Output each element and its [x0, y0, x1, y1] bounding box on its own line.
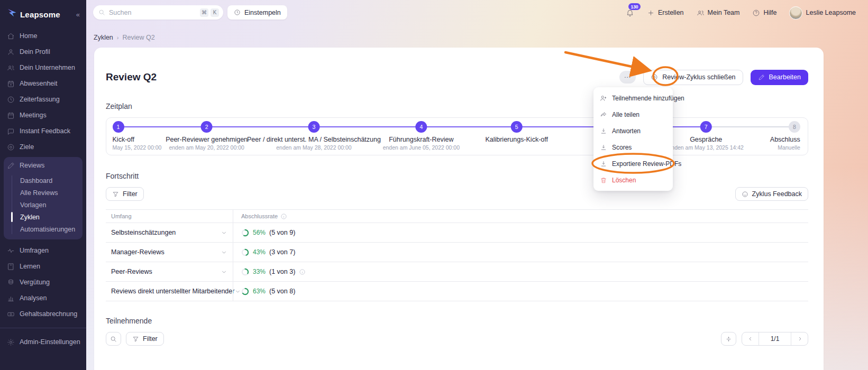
- progress-arc: [241, 288, 249, 295]
- step-date: enden am June 05, 2022 00:00: [383, 144, 460, 151]
- sidebar-item-automations[interactable]: Automatisierungen: [4, 223, 83, 235]
- logo-text: Leapsome: [20, 10, 60, 19]
- close-cycle-label: Review-Zyklus schließen: [662, 73, 735, 81]
- my-team-button[interactable]: Mein Team: [697, 9, 740, 17]
- step-label: Peer-Reviewer genehmigen: [166, 136, 248, 143]
- sidebar-item-meetings[interactable]: Meetings: [0, 107, 86, 123]
- completion-percent: 63%: [253, 288, 266, 295]
- menu-item-delete[interactable]: Löschen: [593, 172, 673, 188]
- help-icon: [752, 9, 760, 17]
- sidebar-item-cycles[interactable]: Zyklen: [4, 211, 83, 223]
- chevron-down-icon[interactable]: [221, 229, 227, 236]
- cycle-feedback-label: Zyklus Feedback: [752, 190, 802, 198]
- main-area: ⌘ K Einstempeln 130 Erstellen Mein Team …: [86, 0, 868, 370]
- info-icon[interactable]: [299, 269, 306, 275]
- participants-search-button[interactable]: [106, 332, 121, 346]
- global-search[interactable]: ⌘ K: [93, 5, 223, 20]
- breadcrumb-separator-icon: ›: [117, 34, 119, 41]
- menu-item-scores[interactable]: Scores: [593, 139, 673, 155]
- download-icon: [600, 127, 607, 135]
- user-menu[interactable]: Leslie Leapsome: [789, 6, 856, 20]
- sidebar-item-label: Vergütung: [20, 279, 50, 286]
- info-icon[interactable]: [280, 213, 287, 220]
- sidebar-item-dashboard[interactable]: Dashboard: [4, 174, 83, 187]
- rate-cell: 63% (5 von 8): [233, 282, 808, 301]
- sidebar-item-reviews[interactable]: Reviews: [4, 158, 83, 173]
- close-cycle-button[interactable]: Review-Zyklus schließen: [643, 70, 743, 85]
- chevron-down-icon[interactable]: [221, 249, 227, 256]
- progress-arc: [241, 268, 249, 276]
- sidebar-item-label: Abwesenheit: [20, 80, 58, 87]
- sidebar-item-company[interactable]: Dein Unternehmen: [0, 60, 86, 76]
- share-icon: [600, 111, 607, 118]
- notifications-button[interactable]: 130: [626, 8, 634, 17]
- sidebar-reviews-subitems: Dashboard Alle Reviews Vorlagen Zyklen A…: [4, 174, 83, 235]
- sidebar-item-templates[interactable]: Vorlagen: [4, 199, 83, 211]
- scope-cell: Selbsteinschätzungen: [106, 223, 233, 242]
- menu-item-label: Alle teilen: [612, 111, 639, 118]
- step-number-badge: 2: [201, 121, 213, 133]
- sidebar-item-analytics[interactable]: Analysen: [0, 290, 86, 306]
- leapsome-logo-icon: [7, 8, 17, 21]
- menu-item-answers[interactable]: Antworten: [593, 123, 673, 139]
- rate-cell: 43% (3 von 7): [233, 243, 808, 262]
- sidebar-collapse-button[interactable]: «: [76, 11, 80, 18]
- page-indicator: 1/1: [759, 332, 791, 345]
- page-title: Review Q2: [106, 71, 157, 83]
- column-header-scope: Umfang: [106, 210, 233, 223]
- sidebar-item-surveys[interactable]: Umfragen: [0, 243, 86, 258]
- sidebar-item-absence[interactable]: Abwesenheit: [0, 76, 86, 91]
- plus-icon: [647, 9, 655, 17]
- clock-in-button[interactable]: Einstempeln: [227, 5, 287, 20]
- menu-item-add-participants[interactable]: Teilnehmende hinzufügen: [593, 90, 673, 106]
- menu-item-share-all[interactable]: Alle teilen: [593, 106, 673, 123]
- help-button[interactable]: Hilfe: [752, 9, 776, 17]
- target-icon: [7, 143, 15, 151]
- sidebar-item-label: Lernen: [20, 263, 40, 270]
- step-label: Gespräche: [669, 136, 744, 143]
- search-input[interactable]: [109, 9, 198, 16]
- sidebar-item-payroll[interactable]: Gehaltsabrechnung: [0, 306, 86, 322]
- step-number-badge: 3: [308, 121, 319, 133]
- menu-item-export-review-pdfs[interactable]: Exportiere Review-PDFs: [593, 155, 673, 172]
- scope-label: Selbsteinschätzungen: [111, 229, 176, 236]
- column-header-label: Abschlussrate: [241, 213, 278, 219]
- completion-count: (5 von 8): [269, 288, 295, 295]
- sidebar-item-home[interactable]: Home: [0, 28, 86, 44]
- participants-filter-button[interactable]: Filter: [126, 332, 164, 346]
- progress-table: Umfang Abschlussrate Selbsteinschätzunge…: [106, 209, 808, 301]
- calendar-icon: [7, 112, 15, 119]
- sidebar-item-compensation[interactable]: Vergütung: [0, 274, 86, 290]
- pulse-icon: [7, 247, 15, 255]
- users-icon: [7, 64, 15, 72]
- sidebar-item-label: Reviews: [20, 162, 44, 169]
- edit-button[interactable]: Bearbeiten: [751, 70, 808, 85]
- collapse-rows-button[interactable]: [721, 332, 736, 346]
- menu-item-label: Scores: [612, 144, 632, 151]
- previous-page-button[interactable]: [742, 332, 759, 345]
- sidebar-item-goals[interactable]: Ziele: [0, 139, 86, 155]
- chevron-right-icon: [797, 336, 803, 342]
- cycle-feedback-button[interactable]: Zyklus Feedback: [735, 187, 808, 201]
- sidebar-item-instant-feedback[interactable]: Instant Feedback: [0, 123, 86, 139]
- more-options-button[interactable]: ...: [619, 71, 636, 84]
- sidebar-item-learning[interactable]: Lernen: [0, 258, 86, 274]
- user-plus-icon: [600, 95, 607, 102]
- step-label: Abschluss: [770, 136, 800, 143]
- create-button[interactable]: Erstellen: [647, 9, 684, 17]
- sidebar-item-label: Ziele: [20, 143, 34, 151]
- sidebar-item-profile[interactable]: Dein Profil: [0, 44, 86, 60]
- breadcrumb: Zyklen › Review Q2: [94, 34, 155, 41]
- pencil-icon: [7, 162, 15, 170]
- chevron-down-icon[interactable]: [221, 269, 227, 275]
- sidebar-item-label: Umfragen: [20, 247, 49, 254]
- progress-filter-button[interactable]: Filter: [106, 187, 144, 201]
- progress-toolbar: Filter Zyklus Feedback: [106, 187, 808, 201]
- team-icon: [697, 9, 705, 17]
- sidebar-item-all-reviews[interactable]: Alle Reviews: [4, 187, 83, 199]
- sidebar-item-time-tracking[interactable]: Zeiterfassung: [0, 91, 86, 107]
- next-page-button[interactable]: [791, 332, 808, 345]
- sidebar-item-admin-settings[interactable]: Admin-Einstellungen: [0, 334, 86, 350]
- breadcrumb-parent[interactable]: Zyklen: [94, 34, 113, 41]
- completion-count: (5 von 9): [269, 229, 295, 236]
